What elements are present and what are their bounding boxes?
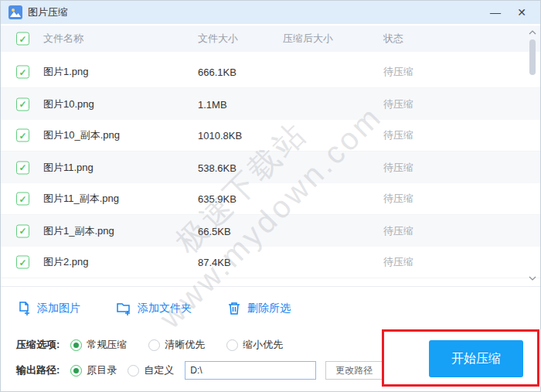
status-text: 待压缩 <box>383 192 413 206</box>
row-checkbox[interactable]: ✓ <box>16 129 29 142</box>
section-divider <box>1 286 540 287</box>
output-path-input[interactable] <box>185 361 316 380</box>
table-row[interactable]: ✓ 图片10_副本.png 1010.8KB 待压缩 <box>1 120 540 152</box>
radio-unselected-icon <box>148 339 160 351</box>
file-list: ✓ 图片1.png 666.1KB 待压缩 ✓ 图片10.png 1.1MB 待… <box>1 56 540 278</box>
table-row[interactable]: ✓ 图片2.png 87.4KB 待压缩 <box>1 247 540 278</box>
app-window: 图片压缩 — ✕ ✓ 文件名称 文件大小 压缩后大小 状态 ✓ 图片1.png … <box>0 0 541 392</box>
row-checkbox[interactable]: ✓ <box>16 224 29 237</box>
compress-options-group: 常规压缩 清晰优先 缩小优先 <box>70 338 305 352</box>
radio-label: 常规压缩 <box>87 338 127 352</box>
status-text: 待压缩 <box>383 97 413 111</box>
minimize-button[interactable]: — <box>485 3 506 22</box>
file-size: 635.9KB <box>198 193 236 205</box>
file-size: 666.1KB <box>198 66 236 78</box>
add-image-label: 添加图片 <box>37 302 80 315</box>
radio-selected-icon <box>70 339 82 351</box>
status-text: 待压缩 <box>383 65 413 79</box>
add-folder-label: 添加文件夹 <box>138 302 192 315</box>
add-image-button[interactable]: 添加图片 <box>16 301 80 316</box>
titlebar: 图片压缩 — ✕ <box>1 1 540 24</box>
file-size: 1010.8KB <box>198 130 242 141</box>
table-row[interactable]: ✓ 图片10.png 1.1MB 待压缩 <box>1 88 540 120</box>
status-text: 待压缩 <box>383 255 413 269</box>
file-name: 图片1.png <box>43 65 89 79</box>
change-path-button[interactable]: 更改路径 <box>325 361 383 380</box>
scrollbar[interactable] <box>526 26 539 285</box>
table-row[interactable]: ✓ 图片11.png 538.6KB 待压缩 <box>1 152 540 183</box>
radio-label: 缩小优先 <box>243 338 283 352</box>
window-title: 图片压缩 <box>28 5 68 19</box>
close-button[interactable]: ✕ <box>511 3 532 22</box>
file-name: 图片11_副本.png <box>43 192 119 206</box>
radio-label: 原目录 <box>87 363 117 377</box>
file-size: 87.4KB <box>198 257 231 268</box>
output-path-group: 原目录 自定义 <box>70 363 185 377</box>
file-name: 图片2.png <box>43 255 89 269</box>
table-row[interactable]: ✓ 图片11_副本.png 635.9KB 待压缩 <box>1 183 540 215</box>
file-name: 图片1_副本.png <box>43 224 114 238</box>
action-toolbar: 添加图片 添加文件夹 删除所选 <box>16 296 291 321</box>
output-path-row: 输出路径: 原目录 自定义 更改路径 <box>16 361 383 380</box>
radio-selected-icon <box>70 365 82 377</box>
start-compress-button[interactable]: 开始压缩 <box>429 340 523 377</box>
file-size: 66.5KB <box>198 225 231 237</box>
table-row[interactable]: ✓ 图片1.png 666.1KB 待压缩 <box>1 56 540 88</box>
radio-unselected-icon <box>226 339 238 351</box>
compress-options-row: 压缩选项: 常规压缩 清晰优先 缩小优先 <box>16 338 305 352</box>
file-size: 538.6KB <box>198 162 236 173</box>
radio-normal-compress[interactable]: 常规压缩 <box>70 338 127 352</box>
delete-selected-label: 删除所选 <box>247 302 291 315</box>
column-header-status: 状态 <box>383 32 403 46</box>
table-row[interactable]: ✓ 图片1_副本.png 66.5KB 待压缩 <box>1 215 540 247</box>
file-name: 图片11.png <box>43 161 94 175</box>
table-header: ✓ 文件名称 文件大小 压缩后大小 状态 <box>1 26 540 52</box>
file-name: 图片10_副本.png <box>43 128 120 142</box>
row-checkbox[interactable]: ✓ <box>16 97 29 111</box>
app-logo-icon <box>9 5 22 19</box>
delete-selected-button[interactable]: 删除所选 <box>227 301 291 316</box>
column-header-size: 文件大小 <box>198 32 238 46</box>
status-text: 待压缩 <box>383 128 413 142</box>
scroll-down-icon[interactable] <box>526 273 539 284</box>
file-size: 1.1MB <box>198 98 227 110</box>
add-folder-icon <box>116 301 131 316</box>
radio-original-directory[interactable]: 原目录 <box>70 363 117 377</box>
radio-unselected-icon <box>128 365 139 377</box>
row-checkbox[interactable]: ✓ <box>16 66 29 79</box>
scroll-up-icon[interactable] <box>526 27 539 38</box>
status-text: 待压缩 <box>383 161 413 175</box>
output-path-label: 输出路径: <box>16 363 60 377</box>
column-header-compressed: 压缩后大小 <box>283 32 333 46</box>
row-checkbox[interactable]: ✓ <box>16 161 29 174</box>
column-header-name: 文件名称 <box>43 32 83 46</box>
file-name: 图片10.png <box>43 97 94 111</box>
status-text: 待压缩 <box>383 224 413 238</box>
add-image-icon <box>16 301 31 316</box>
trash-icon <box>227 301 241 316</box>
radio-custom-directory[interactable]: 自定义 <box>128 363 174 377</box>
scrollbar-thumb[interactable] <box>529 39 536 75</box>
select-all-checkbox[interactable]: ✓ <box>16 32 29 46</box>
row-checkbox[interactable]: ✓ <box>16 256 29 269</box>
radio-label: 自定义 <box>144 363 174 377</box>
radio-clarity-priority[interactable]: 清晰优先 <box>148 338 205 352</box>
add-folder-button[interactable]: 添加文件夹 <box>116 301 192 316</box>
radio-size-priority[interactable]: 缩小优先 <box>226 338 283 352</box>
compress-options-label: 压缩选项: <box>16 338 60 352</box>
radio-label: 清晰优先 <box>165 338 205 352</box>
row-checkbox[interactable]: ✓ <box>16 193 29 206</box>
